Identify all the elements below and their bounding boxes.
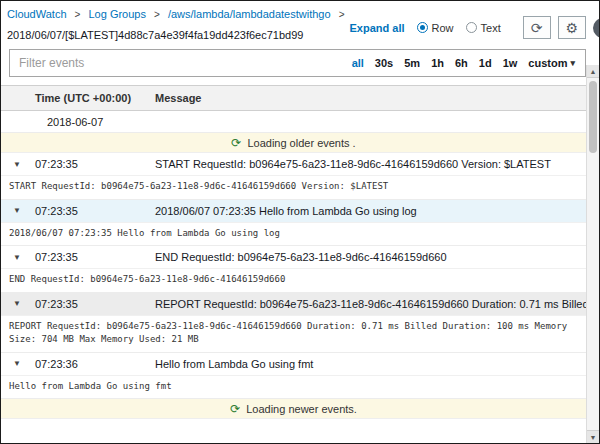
breadcrumb-block: CloudWatch > Log Groups > /aws/lambda/la… bbox=[7, 8, 350, 41]
breadcrumb: CloudWatch > Log Groups > /aws/lambda/la… bbox=[7, 8, 350, 20]
refresh-button[interactable]: ⟳ bbox=[523, 16, 551, 39]
help-button[interactable]: ? bbox=[593, 18, 600, 38]
collapse-row-icon[interactable]: ▼ bbox=[1, 206, 35, 215]
event-time: 07:23:35 bbox=[35, 251, 147, 263]
refresh-icon: ⟳ bbox=[531, 20, 543, 36]
breadcrumb-separator-icon: > bbox=[75, 9, 81, 20]
event-time: 07:23:36 bbox=[35, 358, 147, 370]
log-event-row[interactable]: ▼ 07:23:35 START RequestId: b0964e75-6a2… bbox=[1, 153, 586, 176]
event-detail: START RequestId: b0964e75-6a23-11e8-9d6c… bbox=[1, 176, 586, 200]
range-1h[interactable]: 1h bbox=[431, 57, 444, 69]
main-content: all 30s 5m 1h 6h 1d 1w custom ▾ Time (UT… bbox=[1, 49, 586, 419]
breadcrumb-separator-icon: > bbox=[339, 9, 345, 20]
date-divider-row: 2018-06-07 bbox=[1, 111, 586, 133]
settings-button[interactable]: ⚙ bbox=[558, 16, 586, 39]
view-controls: Expand all Row Text ⟳ ⚙ ? bbox=[350, 16, 600, 41]
event-message: Hello from Lambda Go using fmt bbox=[147, 358, 586, 370]
loading-newer-row: ⟳ Loading newer events. bbox=[1, 399, 586, 419]
cloudwatch-log-events-page: CloudWatch > Log Groups > /aws/lambda/la… bbox=[0, 0, 600, 444]
event-time: 07:23:35 bbox=[35, 158, 147, 170]
event-detail: END RequestId: b0964e75-6a23-11e8-9d6c-4… bbox=[1, 269, 586, 293]
caret-down-icon: ▾ bbox=[570, 58, 575, 68]
collapse-row-icon[interactable]: ▼ bbox=[1, 160, 35, 169]
date-divider-label: 2018-06-07 bbox=[47, 116, 103, 128]
log-event-row[interactable]: ▼ 07:23:35 2018/06/07 07:23:35 Hello fro… bbox=[1, 200, 586, 223]
event-message: START RequestId: b0964e75-6a23-11e8-9d6c… bbox=[147, 158, 586, 170]
header-time-column: Time (UTC +00:00) bbox=[35, 92, 147, 104]
event-message: REPORT RequestId: b0964e75-6a23-11e8-9d6… bbox=[147, 298, 586, 310]
spinner-icon: ⟳ bbox=[230, 403, 240, 415]
radio-unselected-icon bbox=[466, 22, 477, 33]
log-events-table: Time (UTC +00:00) Message 2018-06-07 ⟳ L… bbox=[1, 85, 586, 419]
time-range-selector: all 30s 5m 1h 6h 1d 1w custom ▾ bbox=[344, 57, 585, 69]
view-option-text[interactable]: Text bbox=[466, 22, 501, 34]
event-time: 07:23:35 bbox=[35, 205, 147, 217]
loading-newer-text: Loading newer events. bbox=[246, 403, 357, 415]
range-1d[interactable]: 1d bbox=[479, 57, 492, 69]
breadcrumb-log-groups[interactable]: Log Groups bbox=[88, 8, 145, 20]
event-detail: REPORT RequestId: b0964e75-6a23-11e8-9d6… bbox=[1, 316, 586, 353]
log-stream-name: 2018/06/07/[$LATEST]4d88c7a4e39f4fa19dd4… bbox=[7, 29, 350, 41]
log-event-row[interactable]: ▼ 07:23:35 END RequestId: b0964e75-6a23-… bbox=[1, 246, 586, 269]
event-message: END RequestId: b0964e75-6a23-11e8-9d6c-4… bbox=[147, 251, 586, 263]
header-message-column: Message bbox=[147, 92, 586, 104]
scrollbar-thumb[interactable] bbox=[589, 81, 597, 153]
view-option-row-label: Row bbox=[432, 22, 454, 34]
range-30s[interactable]: 30s bbox=[375, 57, 393, 69]
view-option-row[interactable]: Row bbox=[417, 22, 454, 34]
filter-events-input[interactable] bbox=[10, 50, 344, 76]
range-5m[interactable]: 5m bbox=[404, 57, 420, 69]
radio-selected-icon bbox=[417, 22, 428, 33]
event-message: 2018/06/07 07:23:35 Hello from Lambda Go… bbox=[147, 205, 586, 217]
scroll-down-arrow-icon[interactable]: ▼ bbox=[587, 430, 599, 443]
collapse-row-icon[interactable]: ▼ bbox=[1, 299, 35, 308]
breadcrumb-separator-icon: > bbox=[154, 9, 160, 20]
event-time: 07:23:35 bbox=[35, 298, 147, 310]
toolbar-buttons: ⟳ ⚙ ? bbox=[523, 16, 600, 39]
log-event-row[interactable]: ▼ 07:23:35 REPORT RequestId: b0964e75-6a… bbox=[1, 293, 586, 316]
log-event-row[interactable]: ▼ 07:23:36 Hello from Lambda Go using fm… bbox=[1, 353, 586, 376]
gear-icon: ⚙ bbox=[565, 20, 578, 36]
breadcrumb-log-group-name[interactable]: /aws/lambda/lambdadatestwithgo bbox=[168, 8, 331, 20]
scroll-up-arrow-icon[interactable]: ▲ bbox=[587, 65, 599, 78]
vertical-scrollbar[interactable]: ▲ ▼ bbox=[586, 65, 599, 443]
topbar: CloudWatch > Log Groups > /aws/lambda/la… bbox=[1, 1, 599, 47]
range-6h[interactable]: 6h bbox=[455, 57, 468, 69]
range-custom-dropdown[interactable]: custom ▾ bbox=[528, 57, 575, 69]
filter-bar: all 30s 5m 1h 6h 1d 1w custom ▾ bbox=[9, 49, 586, 77]
range-custom-label: custom bbox=[528, 57, 567, 69]
range-all[interactable]: all bbox=[352, 57, 364, 69]
expand-all-link[interactable]: Expand all bbox=[350, 22, 405, 34]
loading-older-row: ⟳ Loading older events . bbox=[1, 133, 586, 153]
event-detail: Hello from Lambda Go using fmt bbox=[1, 376, 586, 400]
collapse-row-icon[interactable]: ▼ bbox=[1, 253, 35, 262]
range-1w[interactable]: 1w bbox=[503, 57, 518, 69]
spinner-icon: ⟳ bbox=[231, 137, 241, 149]
event-detail: 2018/06/07 07:23:35 Hello from Lambda Go… bbox=[1, 223, 586, 247]
view-option-text-label: Text bbox=[481, 22, 501, 34]
loading-older-text: Loading older events . bbox=[247, 137, 355, 149]
table-header: Time (UTC +00:00) Message bbox=[1, 85, 586, 111]
breadcrumb-cloudwatch[interactable]: CloudWatch bbox=[7, 8, 67, 20]
collapse-row-icon[interactable]: ▼ bbox=[1, 359, 35, 368]
